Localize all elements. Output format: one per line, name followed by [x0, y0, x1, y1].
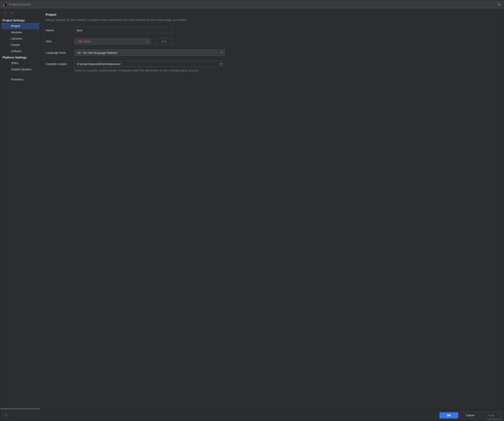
folder-icon[interactable] [220, 62, 223, 65]
label-sdk: SDK: [46, 40, 74, 43]
sidebar-item-label: Project [11, 24, 20, 28]
language-level-dropdown[interactable]: 20 - No new language features [74, 49, 225, 56]
page-subtitle: Default settings for all modules. Config… [46, 18, 499, 22]
page-title: Project [46, 13, 499, 16]
row-compiler-output: Compiler output: [46, 61, 499, 67]
help-button[interactable]: ? [3, 413, 9, 418]
sidebar-section-platform-settings: Platform Settings [0, 54, 41, 60]
sidebar-item-label: Libraries [11, 37, 22, 40]
sidebar-item-sdks[interactable]: SDKs [0, 60, 41, 66]
sidebar-item-global-libraries[interactable]: Global Libraries [0, 66, 41, 73]
compiler-output-hint: Used for modules' subdirectories, Produc… [74, 69, 499, 72]
sidebar-item-label: Modules [11, 30, 22, 34]
project-structure-dialog: Project Structure Project Settings Proje… [0, 0, 504, 421]
main-panel: Project Default settings for all modules… [41, 9, 504, 409]
sidebar-item-artifacts[interactable]: Artifacts [0, 48, 41, 54]
sidebar: Project Settings Project Modules Librari… [0, 9, 41, 409]
chevron-down-icon [147, 40, 149, 42]
sdk-edit-button[interactable]: Edit [155, 38, 173, 45]
row-name: Name: [46, 27, 499, 33]
back-arrow-icon[interactable] [3, 11, 7, 15]
sidebar-item-facets[interactable]: Facets [0, 42, 41, 48]
sidebar-item-modules[interactable]: Modules [0, 29, 41, 36]
svg-rect-2 [5, 3, 6, 4]
sdk-dropdown-value: <No SDK> [77, 40, 91, 43]
sidebar-divider [3, 74, 37, 75]
compiler-output-field [74, 61, 225, 67]
sidebar-item-label: Facets [11, 43, 20, 47]
label-language-level: Language level: [46, 51, 74, 54]
sidebar-section-project-settings: Project Settings [0, 17, 41, 23]
sidebar-item-label: Global Libraries [11, 68, 31, 71]
cancel-button[interactable]: Cancel [461, 412, 480, 419]
sdk-dropdown[interactable]: <No SDK> [74, 38, 151, 45]
svg-rect-1 [3, 3, 4, 4]
titlebar: Project Structure [0, 0, 504, 9]
label-name: Name: [46, 29, 74, 32]
sidebar-item-project[interactable]: Project [2, 23, 39, 29]
apply-button[interactable]: Apply [482, 412, 501, 419]
intellij-icon [2, 2, 6, 6]
nav-history [0, 10, 41, 17]
svg-rect-4 [3, 5, 5, 6]
dialog-body: Project Settings Project Modules Librari… [0, 9, 504, 409]
sidebar-item-label: Problems [11, 78, 23, 81]
sidebar-item-libraries[interactable]: Libraries [0, 36, 41, 42]
label-compiler-output: Compiler output: [46, 62, 74, 66]
row-language-level: Language level: 20 - No new language fea… [46, 49, 499, 56]
compiler-output-input[interactable] [74, 61, 225, 67]
dialog-footer: ? OK Cancel Apply [0, 409, 504, 421]
close-icon[interactable] [497, 2, 502, 7]
sidebar-item-label: SDKs [11, 61, 18, 65]
window-title: Project Structure [9, 3, 30, 6]
sidebar-item-label: Artifacts [11, 49, 22, 53]
row-sdk: SDK: <No SDK> Edit [46, 38, 499, 45]
project-name-input[interactable] [74, 27, 173, 33]
chevron-down-icon [220, 52, 223, 54]
sidebar-item-problems[interactable]: Problems [0, 77, 41, 83]
ok-button[interactable]: OK [439, 412, 458, 419]
language-level-value: 20 - No new language features [77, 51, 117, 54]
forward-arrow-icon[interactable] [10, 11, 14, 15]
